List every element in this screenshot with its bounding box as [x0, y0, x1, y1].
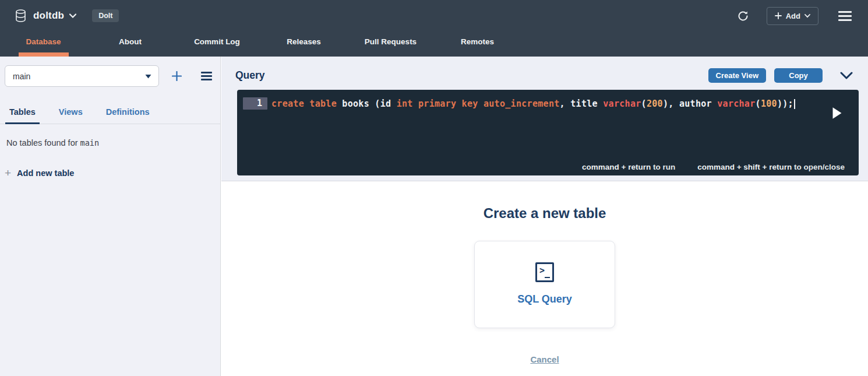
- code-text[interactable]: create table books (id int primary key a…: [271, 99, 795, 109]
- tab-remotes[interactable]: Remotes: [434, 31, 521, 57]
- sql-query-card-label: SQL Query: [517, 293, 572, 305]
- header-nav-tabs: Database About Commit Log Releases Pull …: [0, 31, 868, 57]
- menu-icon[interactable]: [838, 11, 852, 21]
- add-button-label: Add: [786, 12, 800, 20]
- main-content: Query Create View Copy 1 create table bo…: [221, 57, 868, 376]
- tab-database[interactable]: Database: [0, 31, 87, 57]
- branch-selector[interactable]: main: [5, 65, 159, 87]
- add-new-table-label: Add new table: [17, 168, 74, 178]
- sidebar-tab-views[interactable]: Views: [59, 107, 83, 124]
- query-title: Query: [235, 69, 265, 82]
- refresh-icon[interactable]: [737, 10, 749, 22]
- code-line: 1 create table books (id int primary key…: [237, 90, 859, 110]
- sql-query-card[interactable]: > SQL Query: [474, 241, 615, 328]
- sidebar-tabs: Tables Views Definitions: [0, 107, 220, 124]
- sql-editor[interactable]: 1 create table books (id int primary key…: [237, 90, 859, 175]
- create-table-section: Create a new table > SQL Query Cancel: [221, 205, 868, 365]
- collapse-chevron-down-icon[interactable]: [840, 72, 853, 79]
- run-shortcut-hint: command + return to run: [582, 163, 675, 171]
- query-actions: Create View Copy: [708, 68, 853, 83]
- create-view-button[interactable]: Create View: [708, 68, 766, 83]
- database-icon: [15, 9, 26, 22]
- sidebar-tab-tables[interactable]: Tables: [9, 107, 36, 124]
- toggle-shortcut-hint: command + shift + return to open/close: [697, 163, 845, 171]
- line-number: 1: [243, 97, 267, 110]
- add-new-table-button[interactable]: + Add new table: [5, 168, 220, 178]
- header-actions: Add: [737, 7, 852, 25]
- add-button[interactable]: Add: [767, 7, 818, 25]
- editor-shortcut-hints: command + return to run command + shift …: [582, 163, 845, 171]
- tab-pull-requests[interactable]: Pull Requests: [347, 31, 434, 57]
- tab-releases[interactable]: Releases: [260, 31, 347, 57]
- query-panel: Query Create View Copy 1 create table bo…: [221, 57, 868, 181]
- branch-caret-down-icon: [145, 74, 151, 79]
- header-top-row: doltdb Dolt Add: [0, 0, 868, 31]
- add-caret-down-icon: [805, 14, 810, 18]
- no-tables-message: No tables found for main: [0, 124, 220, 147]
- sidebar-tab-definitions[interactable]: Definitions: [106, 107, 150, 124]
- dolt-badge: Dolt: [92, 9, 119, 22]
- database-name[interactable]: doltdb: [33, 10, 64, 22]
- create-table-title: Create a new table: [221, 205, 868, 222]
- branch-selector-value: main: [13, 72, 145, 81]
- terminal-icon: >: [535, 262, 554, 282]
- branch-menu-icon[interactable]: [201, 72, 212, 80]
- tab-commit-log[interactable]: Commit Log: [174, 31, 260, 57]
- dolt-workbench: doltdb Dolt Add: [0, 0, 868, 376]
- database-caret-down-icon[interactable]: [69, 13, 76, 18]
- no-tables-branch-name: main: [80, 138, 100, 147]
- query-panel-header: Query Create View Copy: [221, 57, 868, 90]
- add-branch-icon[interactable]: [172, 71, 182, 81]
- copy-button[interactable]: Copy: [774, 68, 823, 83]
- cancel-link[interactable]: Cancel: [530, 354, 559, 364]
- plus-icon: +: [5, 169, 11, 177]
- sidebar: main Tables Views Definitions No tables …: [0, 57, 221, 376]
- tab-about[interactable]: About: [87, 31, 174, 57]
- app-header: doltdb Dolt Add: [0, 0, 868, 57]
- branch-row: main: [0, 57, 220, 87]
- run-query-play-icon[interactable]: [832, 107, 842, 122]
